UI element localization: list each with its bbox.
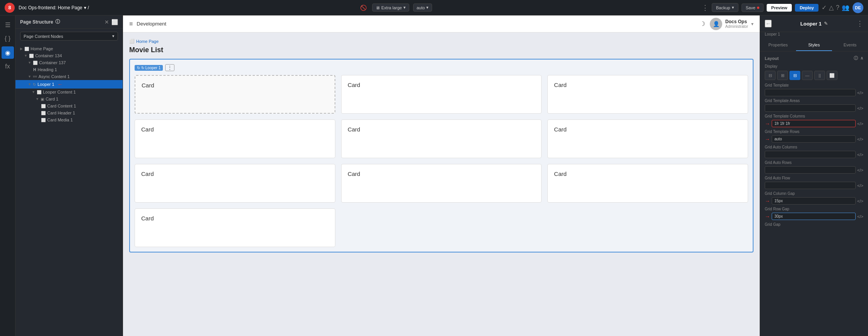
expand-panel-icon[interactable]: ⬜	[111, 19, 118, 25]
sidebar-fx-icon[interactable]: fx	[2, 60, 14, 73]
tree-item-heading1[interactable]: H Heading 1	[15, 66, 123, 73]
right-panel-header: ← Looper 1 ✎ ⋮	[760, 15, 868, 32]
grid-template-areas-input-row: </>	[760, 104, 868, 113]
user-chevron[interactable]: ▾	[751, 21, 754, 27]
close-panel-icon[interactable]: ✕	[104, 19, 109, 25]
card-item: Card	[341, 164, 542, 203]
code-icon9[interactable]: </>	[857, 214, 863, 219]
layout-info-icon[interactable]: ⓘ	[854, 55, 858, 61]
check-icon[interactable]: ✓	[822, 4, 827, 11]
panel-component-title: Looper 1 ✎	[800, 21, 828, 27]
grid-row-gap-input[interactable]	[772, 213, 856, 220]
tab-properties[interactable]: Properties	[760, 39, 796, 51]
tree-item-looper1[interactable]: ▼ ↻ Looper 1 ←	[15, 80, 123, 89]
container-icon: ⬜	[37, 90, 41, 94]
tree-item-card-media1[interactable]: ⬜ Card Media 1	[15, 116, 123, 123]
deploy-button[interactable]: Deploy	[795, 4, 818, 12]
code-icon8[interactable]: </>	[857, 199, 863, 203]
viewport-auto-selector[interactable]: auto ▾	[413, 3, 432, 12]
display-flex-icon[interactable]: ⊞	[777, 71, 788, 80]
card-dashed: Card	[135, 75, 335, 114]
tree-item-looper-content1[interactable]: ▼ ⬜ Looper Content 1	[15, 89, 123, 96]
grid-auto-columns-input-row: </>	[760, 150, 868, 159]
card-item: Card	[341, 75, 542, 114]
cards-grid: Card Card Card Card Card Card	[135, 75, 748, 247]
grid-template-rows-input[interactable]	[772, 135, 856, 143]
code-icon7[interactable]: </>	[857, 183, 863, 188]
eye-off-icon[interactable]: 🚫	[359, 3, 368, 12]
info-icon[interactable]: ⓘ	[55, 19, 60, 25]
sidebar-components-icon[interactable]: ◉	[2, 46, 14, 59]
grid-auto-rows-input[interactable]	[765, 166, 856, 174]
layout-collapse-icon[interactable]: ∧	[860, 56, 863, 61]
tree-arrow: ▼	[32, 90, 35, 94]
grid-auto-columns-input[interactable]	[765, 151, 856, 158]
page-icon: ⬜	[24, 47, 29, 51]
code-icon[interactable]: </>	[857, 90, 863, 95]
tree-item-async1[interactable]: ▼ ≡≡ Async Content 1	[15, 73, 123, 80]
dropdown-chevron: ▾	[112, 34, 114, 39]
grid-template-input-row: </>	[760, 88, 868, 97]
display-grid-icon[interactable]: ⊟	[789, 71, 800, 80]
sidebar-nav-icon[interactable]: ☰	[2, 19, 14, 31]
back-button[interactable]: ←	[765, 20, 772, 27]
user-details: Docs Ops Administrator	[725, 19, 748, 29]
grid-auto-flow-select[interactable]: row column dense	[765, 182, 856, 189]
breadcrumb-home[interactable]: Home Page	[136, 39, 159, 44]
container-icon: ⬜	[41, 118, 46, 122]
sidebar-code-icon[interactable]: { }	[2, 32, 14, 45]
tree-item-home-page[interactable]: ▶ ⬜ Home Page	[15, 45, 123, 52]
help-icon[interactable]: ?	[836, 4, 839, 11]
warning-icon[interactable]: △	[829, 4, 834, 11]
panel-more-icon[interactable]: ⋮	[856, 19, 863, 28]
tree-item-card-header1[interactable]: ⬜ Card Header 1	[15, 109, 123, 116]
looper-more-button[interactable]: ⋮	[165, 64, 174, 71]
moon-icon[interactable]: ☽	[700, 20, 705, 27]
grid-template-areas-input[interactable]	[765, 104, 856, 112]
tree-item-container137[interactable]: ▼ ⬜ Container 137	[15, 59, 123, 66]
preview-button[interactable]: Preview	[767, 4, 792, 12]
backup-button[interactable]: Backup ▾	[712, 3, 738, 12]
structure-panel: Page Structure ⓘ ✕ ⬜ Page Content Nodes …	[15, 15, 123, 336]
code-icon5[interactable]: </>	[857, 152, 863, 157]
tree-item-card1[interactable]: ▼ ▣ Card 1	[15, 96, 123, 102]
display-block-icon[interactable]: ⊟	[765, 71, 776, 80]
tree: ▶ ⬜ Home Page ▼ ⬜ Container 134 ▼ ⬜ Cont…	[15, 44, 123, 336]
grid-template-areas-label: Grid Template Areas	[760, 97, 868, 104]
grid-column-gap-input[interactable]	[772, 197, 856, 205]
tab-styles[interactable]: Styles	[796, 39, 832, 51]
looper-container: ↻ ↻ Looper 1 ⋮ Card Card Card	[129, 59, 754, 252]
user-avatar[interactable]: DE	[853, 2, 863, 13]
tree-item-card-content1[interactable]: ⬜ Card Content 1	[15, 102, 123, 109]
tree-arrow: ▼	[28, 82, 31, 86]
tab-events[interactable]: Events	[832, 39, 868, 51]
grid-template-input[interactable]	[765, 89, 856, 96]
tree-item-container134[interactable]: ▼ ⬜ Container 134	[15, 52, 123, 59]
code-icon3[interactable]: </>	[857, 121, 863, 126]
viewport-size-selector[interactable]: 🖥 Extra large ▾	[372, 3, 409, 12]
card-item: Card	[341, 119, 542, 158]
title-separator: ▾	[84, 5, 86, 10]
display-label: Display	[760, 63, 868, 69]
app-logo: 8	[5, 3, 15, 13]
card-item: Card	[547, 75, 748, 114]
breadcrumb: ⬜ Home Page	[129, 39, 754, 44]
display-dash-icon[interactable]: —	[802, 71, 813, 80]
hamburger-icon[interactable]: ≡	[129, 20, 133, 27]
code-icon4[interactable]: </>	[857, 137, 863, 142]
project-title: Doc Ops-frontend: Home Page ▾ /	[19, 5, 89, 10]
users-icon[interactable]: 👥	[842, 4, 849, 11]
display-none-icon[interactable]: ⬜	[827, 71, 837, 80]
tree-arrow: ▼	[24, 54, 27, 58]
save-button[interactable]: Save	[742, 3, 764, 12]
container-icon: ⬜	[29, 54, 34, 58]
grid-template-columns-input[interactable]	[772, 120, 856, 127]
topbar-center: 🚫 🖥 Extra large ▾ auto ▾	[93, 3, 698, 12]
display-icons-row: ⊟ ⊞ ⊟ — || ⬜	[760, 69, 868, 82]
code-icon2[interactable]: </>	[857, 106, 863, 111]
display-cols-icon[interactable]: ||	[814, 71, 825, 80]
topbar-more-icon[interactable]: ⋮	[702, 3, 709, 12]
edit-title-icon[interactable]: ✎	[824, 21, 828, 26]
code-icon6[interactable]: </>	[857, 168, 863, 172]
page-content-dropdown[interactable]: Page Content Nodes ▾	[20, 32, 118, 41]
